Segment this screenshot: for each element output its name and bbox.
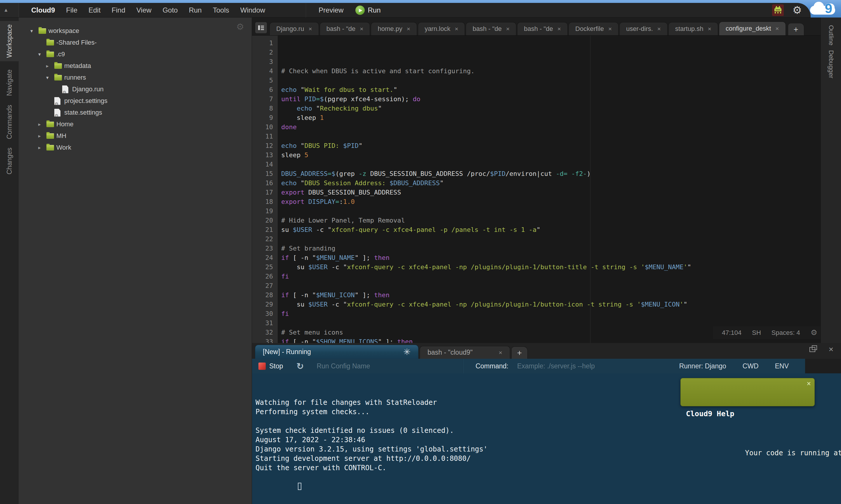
- menu-item-tools[interactable]: Tools: [207, 6, 235, 14]
- controls-divider: [463, 359, 463, 373]
- tree-closed-arrow-icon[interactable]: ▸: [46, 63, 54, 69]
- menu-item-edit[interactable]: Edit: [83, 6, 106, 14]
- tab-close-icon[interactable]: ×: [608, 25, 612, 32]
- console-tabbar: [New] - Running✳bash - "cloud9"× + ×: [252, 343, 841, 359]
- editor-tab-django-ru[interactable]: Django.ru×: [270, 22, 319, 35]
- tree-item-mh[interactable]: ▸MH: [19, 130, 252, 142]
- tab-close-icon[interactable]: ×: [455, 25, 458, 32]
- window-close-icon[interactable]: ×: [829, 346, 834, 352]
- menu-item-file[interactable]: File: [61, 6, 83, 14]
- tree-settings-gear-icon[interactable]: ⚙: [236, 22, 244, 32]
- folder-icon: [38, 28, 49, 34]
- new-tab-button[interactable]: +: [788, 23, 804, 35]
- run-button[interactable]: ▶ Run: [355, 5, 380, 15]
- command-input[interactable]: [517, 362, 663, 370]
- code-editor[interactable]: 1234567891011121314151617181920212223242…: [252, 36, 821, 343]
- tree-open-arrow-icon[interactable]: ▾: [30, 28, 38, 34]
- code-line: # Hide Lower Panel, Temp Removal: [281, 216, 821, 225]
- editor-tab-dockerfile[interactable]: Dockerfile×: [569, 22, 618, 35]
- refresh-icon[interactable]: ↻: [296, 361, 304, 371]
- tab-close-icon[interactable]: ×: [407, 25, 410, 32]
- menu-item-goto[interactable]: Goto: [157, 6, 183, 14]
- panel-tab-outline[interactable]: Outline: [827, 25, 835, 46]
- code-line: fi: [281, 309, 821, 319]
- env-button[interactable]: ENV: [775, 362, 789, 370]
- tab-close-icon[interactable]: ×: [775, 25, 779, 32]
- tree-open-arrow-icon[interactable]: ▾: [38, 51, 47, 57]
- indent-setting[interactable]: Spaces: 4: [772, 329, 800, 337]
- menu-item-cloud9[interactable]: Cloud9: [31, 6, 61, 14]
- file-icon: [54, 97, 64, 105]
- menu-item-find[interactable]: Find: [106, 6, 131, 14]
- sidebar-tab-changes[interactable]: Changes: [0, 144, 19, 179]
- gear-icon[interactable]: ⚙: [792, 4, 802, 16]
- tree-closed-arrow-icon[interactable]: ▸: [38, 121, 47, 127]
- tree-item-project-settings[interactable]: project.settings: [19, 95, 252, 107]
- code-line: sleep 5: [281, 150, 821, 160]
- sidebar-tab-navigate[interactable]: Navigate: [0, 65, 19, 100]
- menu-item-run[interactable]: Run: [183, 6, 207, 14]
- terminal-output[interactable]: Watching for file changes with StatReloa…: [252, 373, 841, 504]
- cloud9-logo[interactable]: 9: [810, 2, 837, 16]
- code-line: if [ -n "$MENU_ICON" ]; then: [281, 290, 821, 300]
- tab-close-icon[interactable]: ×: [657, 25, 661, 32]
- cwd-button[interactable]: CWD: [743, 362, 759, 370]
- popup-body: Your code is running at https://undefine…: [686, 439, 809, 467]
- editor-tab-bash-de[interactable]: bash - "de×: [320, 22, 370, 35]
- editor-tab-user-dirs-[interactable]: user-dirs.×: [619, 22, 668, 35]
- runner-selector[interactable]: Runner: Django: [679, 362, 726, 370]
- tree-open-arrow-icon[interactable]: ▾: [46, 75, 54, 81]
- popup-close-icon[interactable]: ×: [807, 379, 811, 388]
- line-number: 28: [252, 290, 273, 300]
- tree-closed-arrow-icon[interactable]: ▸: [38, 145, 47, 151]
- stop-button[interactable]: Stop: [258, 362, 283, 370]
- tab-close-icon[interactable]: ×: [708, 25, 711, 32]
- cursor-position[interactable]: 47:104: [722, 329, 741, 337]
- tab-close-icon[interactable]: ×: [499, 349, 502, 356]
- tree-item-django-run[interactable]: Django.run: [19, 84, 252, 95]
- editor-tab-startup-sh[interactable]: startup.sh×: [668, 22, 718, 35]
- console-tab-bash-cloud9-[interactable]: bash - "cloud9"×: [419, 346, 510, 359]
- tree-item-home[interactable]: ▸Home: [19, 119, 252, 130]
- tree-item-workspace[interactable]: ▾workspace: [19, 25, 252, 37]
- code-line: [281, 234, 821, 244]
- code-line: [281, 160, 821, 169]
- tree-item--c9[interactable]: ▾.c9: [19, 49, 252, 60]
- editor-tab-label: startup.sh: [675, 25, 703, 33]
- tree-item-state-settings[interactable]: state.settings: [19, 107, 252, 119]
- tree-item-runners[interactable]: ▾runners: [19, 72, 252, 84]
- tree-item-label: state.settings: [64, 109, 102, 116]
- sidebar-tab-workspace[interactable]: Workspace: [0, 21, 19, 61]
- preview-button[interactable]: Preview: [313, 6, 349, 14]
- tab-list-button[interactable]: [255, 22, 267, 34]
- tree-item-work[interactable]: ▸Work: [19, 142, 252, 154]
- editor-tab-bash-de[interactable]: bash - "de×: [466, 22, 516, 35]
- menu-item-window[interactable]: Window: [235, 6, 271, 14]
- line-number: 1: [252, 38, 273, 48]
- syntax-mode[interactable]: SH: [752, 329, 761, 337]
- sidebar-tab-commands[interactable]: Commands: [0, 104, 19, 140]
- code-line: export DISPLAY=:1.0: [281, 197, 821, 206]
- tree-item--shared-files-[interactable]: -Shared Files-: [19, 37, 252, 49]
- run-config-name-input[interactable]: [316, 362, 419, 370]
- editor-tab-home-py[interactable]: home.py×: [371, 22, 417, 35]
- tree-item-metadata[interactable]: ▸metadata: [19, 60, 252, 72]
- panel-tab-debugger[interactable]: Debugger: [827, 50, 835, 78]
- editor-settings-gear-icon[interactable]: ⚙: [811, 328, 817, 337]
- new-console-tab-button[interactable]: +: [511, 346, 528, 359]
- tab-close-icon[interactable]: ×: [308, 25, 312, 32]
- tab-close-icon[interactable]: ×: [360, 25, 363, 32]
- menu-collapse-button[interactable]: ▲: [0, 3, 19, 18]
- tab-close-icon[interactable]: ×: [506, 25, 510, 32]
- window-restore-icon[interactable]: [809, 347, 815, 352]
- line-number: 2: [252, 48, 273, 57]
- editor-tab-bash-de[interactable]: bash - "de×: [517, 22, 568, 35]
- tree-closed-arrow-icon[interactable]: ▸: [38, 133, 47, 139]
- bug-icon[interactable]: [772, 4, 784, 16]
- editor-tab-configure-deskt[interactable]: configure_deskt×: [719, 22, 786, 35]
- tab-close-icon[interactable]: ×: [557, 25, 561, 32]
- console-tab--new-running[interactable]: [New] - Running✳: [255, 345, 418, 359]
- menu-item-view[interactable]: View: [131, 6, 157, 14]
- editor-tab-yarn-lock[interactable]: yarn.lock×: [418, 22, 465, 35]
- line-number: 15: [252, 169, 273, 179]
